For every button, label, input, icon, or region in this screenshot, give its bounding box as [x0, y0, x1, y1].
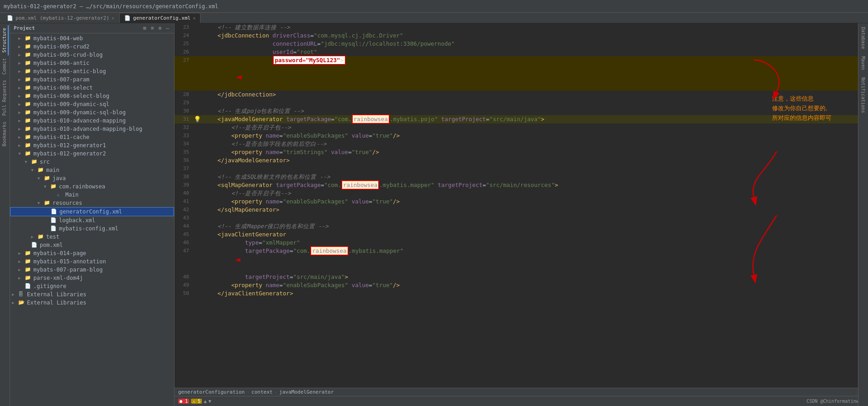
tab-pom-close[interactable]: ✕	[111, 16, 114, 21]
annotation-note: 注意，这些信息修改为你自己想要的,所对应的信息内容即可	[772, 94, 831, 123]
sidebar-action-1[interactable]: ⊞	[143, 25, 147, 31]
line-gutter-42	[193, 206, 202, 214]
tree-item-mybatis-014-page[interactable]: ▶ 📁 mybatis-014-page	[10, 249, 174, 257]
tree-item-pom-xml[interactable]: ▶ 📄 pom.xml	[10, 241, 174, 249]
code-area[interactable]: 23 <!-- 建立数据库连接 --> 24 <jdbcConnection d…	[175, 23, 868, 388]
folder-icon: 📁	[25, 60, 32, 66]
tree-item-parse-xml-dom4j[interactable]: ▶ 📁 parse-xml-dom4j	[10, 274, 174, 282]
sidebar-action-3[interactable]: ⚙	[159, 25, 162, 31]
line-gutter-29	[193, 99, 202, 107]
line-gutter-44	[193, 222, 202, 230]
breadcrumb-item-1[interactable]: generatorConfiguration	[178, 389, 245, 395]
folder-icon: 📁	[25, 142, 32, 149]
left-tab-commit[interactable]: Commit	[1, 55, 9, 77]
tree-label: mybatis-010-advanced-mapping-blog	[33, 126, 142, 132]
tree-item-mybatis-010-advanced-mapping[interactable]: ▶ 📁 mybatis-010-advanced-mapping	[10, 117, 174, 125]
tree-label: Main	[65, 192, 79, 198]
tree-item-resources[interactable]: ▼ 📁 resources	[10, 199, 174, 207]
folder-icon: 📁	[25, 68, 32, 75]
tree-item-java[interactable]: ▼ 📁 java	[10, 174, 174, 182]
tree-item-src[interactable]: ▼ 📁 src	[10, 158, 174, 166]
status-copyright: CSDN @Chinformatinweb	[807, 399, 864, 404]
line-gutter-48	[193, 273, 202, 281]
tree-item-mybatis-011-cache[interactable]: ▶ 📁 mybatis-011-cache	[10, 133, 174, 141]
code-line-23: 23 <!-- 建立数据库连接 -->	[175, 23, 858, 32]
tree-arrow: ▶	[18, 259, 25, 264]
tree-item-logback[interactable]: ▶ 📄 logback.xml	[10, 216, 174, 224]
status-down[interactable]: ▼	[208, 399, 211, 404]
tree-label: mybatis-config.xml	[59, 225, 118, 232]
line-content-39: <sqlMapGenerator targetPackage="com.rain…	[202, 181, 858, 189]
tree-item-mybatis-007-param[interactable]: ▶ 📁 mybatis-007-param	[10, 75, 174, 84]
breadcrumb-item-3[interactable]: javaModelGenerator	[279, 389, 333, 395]
tree-item-gitignore[interactable]: ▶ 📄 .gitignore	[10, 282, 174, 290]
tree-label: .gitignore	[33, 283, 66, 289]
line-num-45: 45	[175, 230, 193, 239]
sidebar-tree[interactable]: ▶ 📁 mybatis-004-web ▶ 📁 mybatis-005-crud…	[10, 33, 174, 406]
sidebar-action-4[interactable]: —	[166, 25, 169, 31]
tree-item-mybatis-008-select[interactable]: ▶ 📁 mybatis-008-select	[10, 84, 174, 92]
tree-item-mybatis-005-crud2[interactable]: ▶ 📁 mybatis-005-crud2	[10, 43, 174, 51]
breadcrumb-item-2[interactable]: context	[251, 389, 272, 395]
project-label: Project	[14, 25, 35, 31]
tree-item-mybatis-009-dynamic-sql-blog[interactable]: ▶ 📁 mybatis-009-dynamic-sql-blog	[10, 108, 174, 117]
tree-item-main[interactable]: ▼ 📁 main	[10, 166, 174, 174]
line-gutter-26	[193, 48, 202, 56]
tree-item-mybatis-015-annotation[interactable]: ▶ 📁 mybatis-015-annotation	[10, 257, 174, 266]
tree-item-mybatis-012-generator2[interactable]: ▼ 📁 mybatis-012-generator2	[10, 150, 174, 158]
line-content-47: targetPackage="com.rainbowsea.mybatis.ma…	[202, 247, 858, 273]
tab-pom[interactable]: 📄 pom.xml (mybatis-12-generator2) ✕	[2, 13, 119, 23]
tree-label: mybatis-010-advanced-mapping	[33, 118, 126, 124]
status-up[interactable]: ▲	[204, 399, 206, 404]
tab-gen-close[interactable]: ✕	[193, 16, 196, 21]
line-num-39: 39	[175, 181, 193, 189]
tree-item-mybatis-004-web[interactable]: ▶ 📁 mybatis-004-web	[10, 34, 174, 43]
lib-icon: 🗄	[18, 291, 26, 298]
left-tab-bookmarks[interactable]: Bookmarks	[1, 119, 9, 149]
tree-item-com-rainbowsea[interactable]: ▼ 📁 com.rainbowsea	[10, 182, 174, 191]
left-tab-structure[interactable]: Structure	[1, 25, 9, 55]
code-line-41: 41 <property name="enableSubPackages" va…	[175, 198, 858, 206]
line-content-49: <property name="enableSubPackages" value…	[202, 281, 858, 289]
right-tab-maven[interactable]: Maven	[860, 54, 867, 72]
breadcrumb: generatorConfiguration › context › javaM…	[175, 388, 868, 396]
tree-item-mybatis-006-antic-blog[interactable]: ▶ 📁 mybatis-006-antic-blog	[10, 67, 174, 75]
line-content-43	[202, 214, 858, 222]
tree-item-mybatis-012-generator1[interactable]: ▶ 📁 mybatis-012-generator1	[10, 141, 174, 150]
tree-item-mybatis-005-crud-blog[interactable]: ▶ 📁 mybatis-005-crud-blog	[10, 51, 174, 59]
line-content-45: <javaClientGenerator	[202, 230, 858, 239]
line-gutter-46	[193, 239, 202, 247]
tree-arrow: ▶	[18, 102, 25, 107]
folder-icon: 📁	[25, 258, 32, 265]
tree-item-mybatis-008-select-blog[interactable]: ▶ 📁 mybatis-008-select-blog	[10, 92, 174, 100]
left-tab-pull[interactable]: Pull Requests	[1, 77, 9, 118]
right-tab-database[interactable]: Database	[860, 25, 867, 51]
tree-item-scratches[interactable]: ▶ 📂 External Libraries	[10, 299, 174, 307]
tree-item-mybatis-010-advanced-mapping-blog[interactable]: ▶ 📁 mybatis-010-advanced-mapping-blog	[10, 125, 174, 133]
tab-gen-icon: 📄	[124, 15, 131, 21]
right-tab-notifications[interactable]: Notifications	[860, 75, 867, 115]
tree-item-mybatis-009-dynamic-sql[interactable]: ▶ 📁 mybatis-009-dynamic-sql	[10, 100, 174, 108]
tree-arrow: ▼	[31, 168, 37, 172]
tree-item-generatorConfig[interactable]: ▶ 📄 generatorConfig.xml	[10, 207, 174, 216]
tree-item-test[interactable]: ▶ 📁 test	[10, 233, 174, 241]
top-bar-title: mybatis-012-generator2 – …/src/main/reso…	[4, 3, 218, 10]
code-line-32: 32 <!--是否开启子包-->	[175, 123, 858, 132]
tree-label: mybats-007-param-blog	[33, 267, 103, 273]
tree-arrow: ▶	[18, 276, 25, 280]
tree-item-mybatis-config[interactable]: ▶ 📄 mybatis-config.xml	[10, 224, 174, 233]
code-line-31: 31 💡 <javaModelGenerator targetPackage="…	[175, 115, 858, 123]
tree-item-external-libraries[interactable]: ▶ 🗄 External Libraries	[10, 290, 174, 299]
tree-item-Main[interactable]: ▶ ☕ Main	[10, 191, 174, 199]
sidebar: Project ⊞ ≡ ⚙ — ▶ 📁 mybatis-004-web ▶ 📁 …	[10, 23, 175, 406]
tab-gen[interactable]: 📄 generatorConfig.xml ✕	[119, 13, 201, 23]
tree-item-mybats-007-param-blog[interactable]: ▶ 📁 mybats-007-param-blog	[10, 266, 174, 274]
line-gutter-39	[193, 181, 202, 189]
folder-icon: 📁	[25, 52, 32, 58]
line-gutter-49	[193, 281, 202, 289]
tree-item-mybatis-006-antic[interactable]: ▶ 📁 mybatis-006-antic	[10, 59, 174, 67]
code-line-37: 37	[175, 165, 858, 173]
bulb-icon-31: 💡	[194, 115, 201, 123]
sidebar-action-2[interactable]: ≡	[151, 25, 154, 31]
code-line-42: 42 </sqlMapGenerator>	[175, 206, 858, 214]
